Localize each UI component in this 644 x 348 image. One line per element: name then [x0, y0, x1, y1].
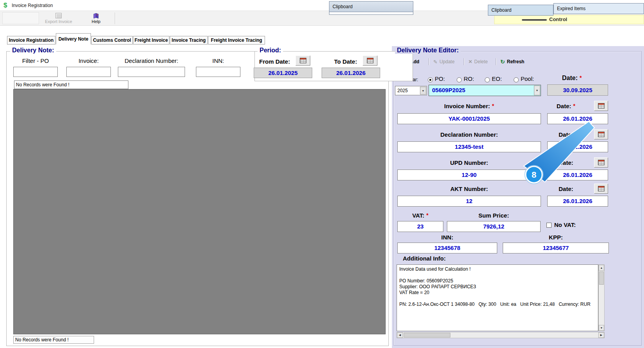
vertical-scrollbar[interactable]: ▲ ▼ — [598, 264, 605, 331]
declaration-date-calendar-button[interactable] — [594, 129, 608, 139]
filter-po-label: Filter - PO — [13, 57, 58, 64]
scroll-right-button[interactable]: ▶ — [598, 332, 604, 338]
calendar-icon — [598, 186, 605, 191]
radio-eo-label: EO: — [492, 75, 502, 82]
refresh-icon: ↻ — [500, 59, 505, 65]
filter-declaration-input[interactable] — [118, 67, 185, 77]
to-date-calendar-button[interactable] — [363, 55, 377, 66]
no-vat-checkbox[interactable] — [546, 223, 551, 228]
scroll-up-button[interactable]: ▲ — [599, 265, 604, 271]
notification-strip: Control — [494, 15, 644, 24]
invoice-date-label: Date:* — [546, 103, 586, 109]
horizontal-scrollbar[interactable]: ◀ ▶ — [397, 332, 605, 338]
tab-freight-invoice-tracing[interactable]: Freight Invoice Tracing — [208, 36, 265, 45]
radio-po-label: PO: — [435, 75, 445, 82]
declaration-date-label: Date: — [546, 131, 586, 138]
year-dropdown-arrow[interactable]: ▼ — [420, 87, 426, 95]
akt-number-field[interactable]: 12 — [397, 196, 541, 207]
filter-po-input[interactable] — [13, 67, 58, 77]
export-invoice-icon — [55, 13, 62, 18]
po-dropdown-arrow[interactable]: ▼ — [534, 86, 540, 95]
clipboard-popup-center[interactable]: Clipboard — [329, 1, 413, 12]
filter-declaration-label: Declaration Number: — [116, 57, 187, 64]
inn-field[interactable]: 12345678 — [397, 243, 497, 253]
toolbar-placeholder-button[interactable] — [2, 12, 39, 24]
radio-ro[interactable] — [457, 77, 462, 82]
status-bar-no-records: No Records were Found ! — [13, 336, 94, 344]
delete-button[interactable]: ✕ Delete — [467, 57, 489, 66]
delete-label: Delete — [474, 59, 488, 64]
control-text: Control — [549, 16, 567, 22]
invoice-date-calendar-button[interactable] — [594, 101, 608, 111]
from-date-calendar-button[interactable] — [295, 55, 310, 66]
radio-pool[interactable] — [514, 77, 519, 82]
radio-eo[interactable] — [485, 77, 490, 82]
akt-date-calendar-button[interactable] — [594, 184, 608, 194]
akt-date-field[interactable]: 26.01.2026 — [547, 196, 608, 207]
calendar-icon — [598, 132, 605, 137]
radio-po[interactable] — [428, 77, 433, 82]
upd-date-calendar-button[interactable] — [594, 157, 608, 168]
tab-label: Customs Control — [93, 37, 131, 43]
scroll-down-button[interactable]: ▼ — [599, 325, 604, 331]
declaration-date-field[interactable]: 26.01.2026 — [547, 141, 608, 152]
filter-inn-input[interactable] — [196, 67, 240, 77]
po-combobox[interactable]: 05609P2025 ▼ — [429, 85, 541, 96]
app-window: $ Invoice Registration Export Invoice He… — [0, 0, 644, 348]
clipboard-popup-right-title: Clipboard — [491, 7, 511, 13]
results-grid[interactable] — [13, 89, 386, 334]
upd-date-field[interactable]: 26.01.2026 — [547, 170, 608, 180]
update-label: Update — [439, 59, 455, 64]
toolbar-separator — [496, 58, 496, 65]
filter-inn-label: INN: — [196, 57, 240, 64]
editor-group-title: Delivery Note Editor: — [395, 47, 461, 54]
declaration-number-field[interactable]: 12345-test — [397, 141, 541, 152]
calendar-icon — [367, 58, 374, 63]
upd-number-field[interactable]: 12-90 — [397, 170, 541, 180]
sum-price-field[interactable]: 7926,12 — [447, 221, 541, 232]
additional-info-textarea[interactable]: Invoice Data used for Calculation ! PO N… — [397, 264, 598, 331]
tab-invoice-registration[interactable]: Invoice Registration — [7, 36, 55, 45]
year-value: 2025 — [397, 88, 408, 93]
invoice-date-field[interactable]: 26.01.2026 — [547, 113, 608, 124]
year-combobox[interactable]: 2025 ▼ — [395, 86, 427, 95]
calendar-icon — [598, 103, 605, 109]
delivery-note-group-title: Delivery Note: — [10, 47, 56, 54]
clipboard-popup-right[interactable]: Clipboard — [488, 5, 553, 16]
to-date-value: 26.01.2026 — [322, 68, 380, 78]
dollar-icon: $ — [4, 2, 7, 9]
refresh-button[interactable]: ↻ Refresh — [499, 57, 526, 66]
help-label: Help — [92, 19, 101, 24]
update-icon: ✎ — [433, 59, 438, 65]
toolbar-separator — [115, 12, 115, 24]
filter-invoice-input[interactable] — [66, 67, 111, 77]
obscured-text-mark — [522, 19, 547, 21]
kpp-label: KPP: — [503, 234, 609, 241]
akt-date-label: Date: — [546, 186, 586, 192]
tab-freight-invoice[interactable]: Freight Invoice — [133, 36, 169, 45]
additional-info-label: Additional Info: — [403, 255, 446, 262]
no-records-banner: No Records were Found ! — [14, 80, 128, 89]
to-date-label: To Date: — [334, 58, 357, 65]
export-invoice-label: Export Invoice — [45, 19, 72, 24]
scroll-left-button[interactable]: ◀ — [397, 332, 403, 338]
invoice-number-field[interactable]: YAK-0001/2025 — [397, 113, 541, 124]
expired-items-popup[interactable]: Expired Items — [553, 3, 644, 14]
po-value: 05609P2025 — [432, 87, 465, 93]
declaration-number-label: Declaration Number: — [397, 131, 541, 138]
tab-customs-control[interactable]: Customs Control — [91, 36, 133, 45]
help-button[interactable]: Help — [79, 11, 113, 25]
horizontal-scroll-thumb[interactable] — [404, 333, 450, 337]
sum-price-label: Sum Price: — [447, 212, 541, 219]
tab-invoice-tracing[interactable]: Invoice Tracing — [170, 36, 208, 45]
vat-field[interactable]: 23 — [397, 221, 443, 232]
vertical-scroll-thumb[interactable] — [599, 271, 604, 285]
toolbar-separator — [429, 58, 429, 65]
export-invoice-button[interactable]: Export Invoice — [41, 11, 76, 25]
kpp-field[interactable]: 12345677 — [503, 243, 609, 253]
tab-label: Delivery Note — [59, 36, 89, 42]
calendar-icon — [598, 160, 605, 165]
upd-number-label: UPD Number: — [397, 159, 541, 166]
tab-delivery-note[interactable]: Delivery Note — [56, 33, 91, 45]
update-button[interactable]: ✎ Update — [432, 57, 456, 66]
